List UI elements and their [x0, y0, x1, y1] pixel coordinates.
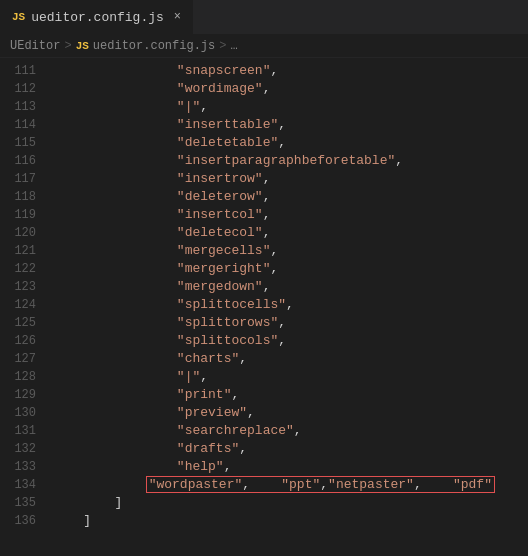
- line-number: 121: [0, 242, 52, 260]
- code-line: 134 "wordpaster", "ppt","netpaster", "pd…: [0, 476, 528, 494]
- breadcrumb-js-icon: JS: [76, 40, 89, 52]
- line-number: 123: [0, 278, 52, 296]
- line-number: 111: [0, 62, 52, 80]
- tab-bar: JS ueditor.config.js ×: [0, 0, 528, 35]
- code-line: 133 "help",: [0, 458, 528, 476]
- line-number: 129: [0, 386, 52, 404]
- line-number: 130: [0, 404, 52, 422]
- line-content: "insertparagraphbeforetable",: [52, 152, 403, 170]
- breadcrumb-dots: …: [230, 39, 237, 53]
- line-number: 133: [0, 458, 52, 476]
- line-content: "wordimage",: [52, 80, 270, 98]
- code-line: 136 ]: [0, 512, 528, 530]
- line-content: "insertcol",: [52, 206, 270, 224]
- js-icon: JS: [12, 11, 25, 23]
- line-number: 116: [0, 152, 52, 170]
- code-line: 127 "charts",: [0, 350, 528, 368]
- code-line: 128 "|",: [0, 368, 528, 386]
- line-number: 114: [0, 116, 52, 134]
- code-editor: 111 "snapscreen",112 "wordimage",113 "|"…: [0, 58, 528, 534]
- line-number: 126: [0, 332, 52, 350]
- code-line: 114 "inserttable",: [0, 116, 528, 134]
- code-line: 112 "wordimage",: [0, 80, 528, 98]
- line-content: "wordpaster", "ppt","netpaster", "pdf": [52, 476, 495, 494]
- highlight-box: "wordpaster", "ppt","netpaster", "pdf": [146, 476, 495, 493]
- line-content: "mergecells",: [52, 242, 278, 260]
- code-line: 113 "|",: [0, 98, 528, 116]
- breadcrumb: UEditor > JS ueditor.config.js > …: [0, 35, 528, 58]
- breadcrumb-folder: UEditor: [10, 39, 60, 53]
- line-number: 113: [0, 98, 52, 116]
- tab-file[interactable]: JS ueditor.config.js ×: [0, 0, 194, 34]
- code-line: 115 "deletetable",: [0, 134, 528, 152]
- breadcrumb-sep2: >: [219, 39, 226, 53]
- line-content: "help",: [52, 458, 231, 476]
- code-line: 121 "mergecells",: [0, 242, 528, 260]
- line-number: 131: [0, 422, 52, 440]
- line-number: 136: [0, 512, 52, 530]
- line-number: 118: [0, 188, 52, 206]
- code-line: 123 "mergedown",: [0, 278, 528, 296]
- line-number: 127: [0, 350, 52, 368]
- code-line: 135 ]: [0, 494, 528, 512]
- close-tab-icon[interactable]: ×: [174, 10, 181, 24]
- line-content: "drafts",: [52, 440, 247, 458]
- line-content: "inserttable",: [52, 116, 286, 134]
- line-content: "splittocols",: [52, 332, 286, 350]
- code-line: 117 "insertrow",: [0, 170, 528, 188]
- line-number: 124: [0, 296, 52, 314]
- line-number: 120: [0, 224, 52, 242]
- line-number: 119: [0, 206, 52, 224]
- line-number: 132: [0, 440, 52, 458]
- line-content: "deletetable",: [52, 134, 286, 152]
- code-line: 126 "splittocols",: [0, 332, 528, 350]
- line-content: "searchreplace",: [52, 422, 302, 440]
- code-line: 116 "insertparagraphbeforetable",: [0, 152, 528, 170]
- line-number: 135: [0, 494, 52, 512]
- line-content: "mergedown",: [52, 278, 270, 296]
- line-content: "snapscreen",: [52, 62, 278, 80]
- line-number: 112: [0, 80, 52, 98]
- line-content: "insertrow",: [52, 170, 270, 188]
- line-content: "splittorows",: [52, 314, 286, 332]
- breadcrumb-sep1: >: [64, 39, 71, 53]
- code-line: 122 "mergeright",: [0, 260, 528, 278]
- tab-filename: ueditor.config.js: [31, 10, 164, 25]
- line-content: "deletecol",: [52, 224, 270, 242]
- line-number: 125: [0, 314, 52, 332]
- code-line: 124 "splittocells",: [0, 296, 528, 314]
- line-content: "splittocells",: [52, 296, 294, 314]
- line-number: 117: [0, 170, 52, 188]
- code-line: 129 "print",: [0, 386, 528, 404]
- line-content: ]: [52, 494, 122, 512]
- line-content: "mergeright",: [52, 260, 278, 278]
- code-line: 132 "drafts",: [0, 440, 528, 458]
- code-line: 119 "insertcol",: [0, 206, 528, 224]
- line-content: "print",: [52, 386, 239, 404]
- line-number: 134: [0, 476, 52, 494]
- code-line: 131 "searchreplace",: [0, 422, 528, 440]
- line-number: 115: [0, 134, 52, 152]
- breadcrumb-file: ueditor.config.js: [93, 39, 215, 53]
- line-content: "charts",: [52, 350, 247, 368]
- line-content: "deleterow",: [52, 188, 270, 206]
- code-line: 111 "snapscreen",: [0, 62, 528, 80]
- line-number: 128: [0, 368, 52, 386]
- line-content: "|",: [52, 98, 208, 116]
- line-content: "preview",: [52, 404, 255, 422]
- line-content: ]: [52, 512, 91, 530]
- line-content: "|",: [52, 368, 208, 386]
- code-line: 120 "deletecol",: [0, 224, 528, 242]
- code-line: 118 "deleterow",: [0, 188, 528, 206]
- code-line: 125 "splittorows",: [0, 314, 528, 332]
- line-number: 122: [0, 260, 52, 278]
- code-line: 130 "preview",: [0, 404, 528, 422]
